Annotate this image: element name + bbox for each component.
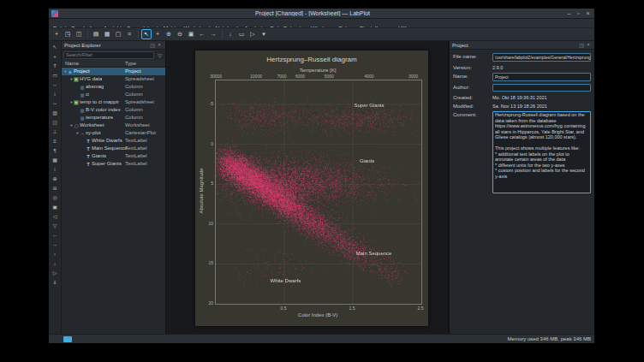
column-header-type: Type [125,60,136,68]
version-value: 2.9.0 [492,64,591,70]
plot-label-main-sequence[interactable]: Main Sequence [356,251,392,256]
lefttool-zoom-fit-x-icon[interactable]: ◁ [51,212,60,221]
lefttool-select-mode-icon[interactable]: ↖ [51,43,60,51]
tree-item-type: Column [125,106,143,114]
toolbar-new-notebook-icon[interactable]: ≡ [124,29,134,39]
toolbar-save-project-icon[interactable]: ◫ [74,29,84,39]
tree-item-name: White Dwarfs [92,137,122,145]
toolbar-select-mode-icon[interactable]: ↖ [141,29,152,39]
tree-row-xy-plot[interactable]: ▾∼xy-plotCartesianPlot [62,129,165,137]
lefttool-shift-left-icon[interactable]: ← [51,231,60,240]
toolbar-export-icon[interactable]: ↓ [225,29,236,39]
lefttool-zoom-fit-icon[interactable]: ▣ [51,203,60,211]
lefttool-presenter-mode-icon[interactable]: ▷ [51,269,60,277]
tree-row-b-v-color-index[interactable]: ▥B-V color indexColumn [62,106,165,114]
tree-row-worksheet[interactable]: ▾▢WorksheetWorksheet [62,122,165,129]
name-label: Name: [453,73,492,79]
lefttool-add-image-icon[interactable]: ▦ [51,156,60,164]
tree-row-giants[interactable]: TGiantsTextLabel [62,152,165,160]
tree-row-absmag[interactable]: ▥absmagColumn [62,83,165,91]
plot-title[interactable]: Hertzsprung–Russell diagram [195,56,428,63]
toolbar-shift-right-icon[interactable]: → [208,29,218,39]
name-field[interactable]: Project [492,73,591,81]
toolbar-new-project-icon[interactable]: + [51,29,62,39]
titlebar[interactable]: Project [Changed] - [Worksheet] — LabPlo… [49,9,594,19]
lefttool-add-axis-icon[interactable]: ⊥ [51,128,60,136]
tree-column-header[interactable]: Name Type [62,60,165,68]
main-area: ↖+T▭↔↕∼▥◫⊥≡¶▦i⊕⊖◎▣◁▽←→↑↓▷⇓ Project Explo… [49,41,594,334]
lefttool-text-label-mode-icon[interactable]: T [51,62,60,70]
tree-row-temperature[interactable]: ▥temperatureColumn [62,114,165,122]
column-icon: ▥ [80,92,85,98]
dock-float-icon[interactable]: ◳ [149,42,156,48]
toolbar-zoom-fit-icon[interactable]: ▣ [186,29,196,39]
tree-item-name: Project [74,68,90,75]
lefttool-zoom-fit-y-icon[interactable]: ▽ [51,222,60,230]
filter-options-icon[interactable]: ▽ [156,52,164,58]
top-axis-tick: 5000 [325,74,334,79]
worksheet-view[interactable]: Hertzsprung–Russell diagram Temperature … [166,41,449,334]
plot-label-white-dwarfs[interactable]: White Dwarfs [271,278,301,283]
lefttool-shift-right-icon[interactable]: → [51,240,60,249]
lefttool-add-info-element-icon[interactable]: i [51,165,60,174]
close-button[interactable]: × [583,9,593,18]
plot-area[interactable] [215,80,422,305]
toolbar-zoom-out-icon[interactable]: ⊖ [175,29,185,39]
tree-item-name: ci [86,91,89,98]
toolbar-zoom-in-icon[interactable]: ⊕ [164,29,174,39]
tree-row-hyg-data[interactable]: ▾▦HYG dataSpreadsheet [62,75,165,83]
toolbar-crosshair-mode-icon[interactable]: + [152,29,163,39]
comment-field[interactable]: Hertzsprung-Russell diagram based on the… [492,111,591,193]
tree-row-temp-to-ci-mapping[interactable]: ▾▦temp to ci mappingSpreadsheet [62,98,165,106]
toolbar-more-options-icon[interactable]: ▾ [259,29,269,39]
maximize-button[interactable]: ▫ [574,9,583,18]
properties-header[interactable]: Project ◳× [450,41,594,50]
lefttool-add-curve-icon[interactable]: ∼ [51,99,60,108]
dock-float-icon[interactable]: ◳ [578,42,585,48]
prop-header-icons: ◳× [578,42,592,48]
toolbar-new-spreadsheet-icon[interactable]: ▤ [91,29,101,39]
lefttool-add-text-label-icon[interactable]: ¶ [51,146,60,155]
lefttool-zoom-origin-icon[interactable]: ◎ [51,193,60,202]
lefttool-add-histogram-icon[interactable]: ▥ [51,109,60,117]
plot-label-super-giants[interactable]: Super Giants [354,103,384,108]
top-axis-tick: 30000 [210,74,222,79]
minimize-button[interactable]: – [564,9,574,18]
tree-row-project[interactable]: ▾◆ProjectProject [62,68,165,75]
lefttool-shift-up-icon[interactable]: ↑ [51,250,60,258]
lefttool-zoom-select-mode-icon[interactable]: ▭ [51,71,60,80]
toolbar-print-icon[interactable]: ▭ [236,29,247,39]
dock-close-icon[interactable]: × [156,42,163,48]
lefttool-add-boxplot-icon[interactable]: ◫ [51,118,60,127]
project-explorer-dock: Project Explorer ◳× Search/Filter ▽ Name… [62,41,166,334]
labplot-app-icon [51,10,58,17]
tree-row-main-sequence[interactable]: TMain SequenceTextLabel [62,145,165,152]
toolbar-shift-left-icon[interactable]: ← [197,29,207,39]
project-explorer-header[interactable]: Project Explorer ◳× [62,41,165,50]
lefttool-zoom-out-icon[interactable]: ⊖ [51,184,60,193]
search-row: Search/Filter ▽ [62,50,165,60]
dock-close-icon[interactable]: × [585,42,592,48]
toolbar-new-worksheet-icon[interactable]: ▢ [113,29,123,39]
lefttool-export-worksheet-icon[interactable]: ⇓ [51,278,60,287]
tree-row-white-dwarfs[interactable]: TWhite DwarfsTextLabel [62,137,165,145]
search-input[interactable]: Search/Filter [63,51,154,59]
toolbar-open-project-icon[interactable]: ◳ [63,29,73,39]
tree-row-ci[interactable]: ▥ciColumn [62,91,165,98]
lefttool-add-legend-icon[interactable]: ≡ [51,137,60,145]
tree-item-type: Spreadsheet [125,75,154,83]
toolbar-new-matrix-icon[interactable]: ▦ [102,29,112,39]
lefttool-zoom-in-icon[interactable]: ⊕ [51,175,60,183]
author-field[interactable] [492,84,591,92]
tree-row-super-giants[interactable]: TSuper GiantsTextLabel [62,160,165,168]
tree-item-type: Column [125,83,143,91]
file-name-field[interactable]: /usr/share/labplot2/examples/General/Her… [492,53,591,62]
lefttool-zoom-x-select-mode-icon[interactable]: ↔ [51,80,60,89]
toolbar-presenter-mode-icon[interactable]: ▷ [247,29,258,39]
tree-item-type: Project [125,68,141,75]
plot-label-giants[interactable]: Giants [360,158,374,163]
lefttool-shift-down-icon[interactable]: ↓ [51,259,60,268]
lefttool-zoom-y-select-mode-icon[interactable]: ↕ [51,90,60,98]
lefttool-crosshair-mode-icon[interactable]: + [51,52,60,61]
hr-scatter-canvas[interactable] [216,80,421,304]
